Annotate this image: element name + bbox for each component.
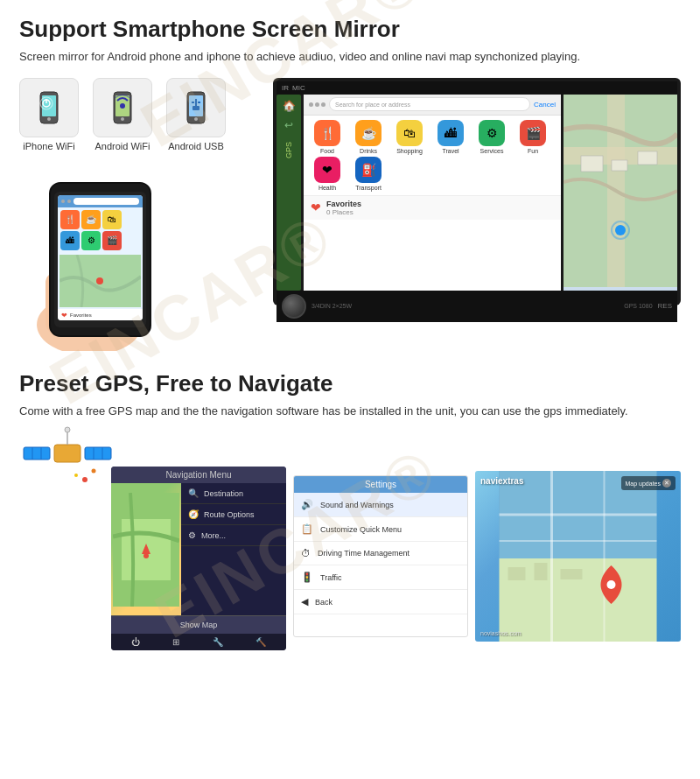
settings-back-item[interactable]: ◀ Back [294, 590, 467, 614]
svg-point-45 [74, 474, 78, 477]
nav-menu-content: 🔍 Destination 🧭 Route Options ⚙ More... [111, 483, 286, 615]
naviextras-logo: naviextras [480, 476, 523, 486]
android-wifi-icon-box [93, 78, 152, 137]
iphone-icon [32, 90, 66, 125]
svg-rect-14 [195, 99, 197, 106]
svg-point-42 [65, 427, 70, 432]
svg-rect-16 [198, 102, 200, 103]
svg-point-25 [96, 277, 103, 284]
nav-menu-title: Navigation Menu [111, 467, 286, 483]
car-radio-body: IR MIC 🏠 ↩ GPS [273, 78, 681, 305]
res-label: RES [658, 302, 672, 310]
app-food[interactable]: 🍴 Food [308, 120, 346, 154]
nav-more-item[interactable]: ⚙ More... [181, 525, 286, 546]
svg-rect-31 [638, 151, 657, 165]
nav-map-svg [564, 95, 677, 287]
svg-rect-29 [581, 156, 603, 172]
svg-point-12 [194, 117, 198, 121]
svg-point-49 [144, 553, 149, 558]
app-shopping[interactable]: 🛍 Shopping [390, 120, 429, 154]
svg-rect-13 [192, 106, 200, 110]
svg-rect-36 [85, 447, 111, 460]
gps-label: GPS [284, 142, 293, 158]
settings-sound-item[interactable]: 🔊 Sound and Warnings [294, 493, 467, 517]
map-updates-badge[interactable]: Map updates ✕ [621, 476, 676, 490]
nav-search-bar[interactable]: Search for place or address [329, 97, 530, 111]
svg-point-9 [120, 103, 125, 109]
car-radio-demo: IR MIC 🏠 ↩ GPS [273, 78, 681, 305]
app-fun[interactable]: 🎬 Fun [514, 120, 552, 154]
nav-preview-map [113, 493, 179, 607]
svg-point-2 [47, 117, 51, 121]
section2-desc: Come with a free GPS map and the the nav… [19, 403, 681, 420]
settings-title: Settings [294, 476, 467, 493]
toolbar-power-icon[interactable]: ⏻ [131, 637, 140, 647]
section1-desc: Screen mirror for Android phone and ipho… [19, 48, 681, 66]
svg-rect-57 [508, 567, 526, 580]
settings-traffic-item[interactable]: 🚦 Traffic [294, 565, 467, 590]
satellite-svg [19, 418, 116, 497]
app-travel[interactable]: 🏙 Travel [431, 120, 470, 154]
nav-menu-inner: Navigation Menu [111, 467, 286, 650]
nav-map-bg [564, 95, 677, 291]
nav-menu-panel: Navigation Menu [111, 467, 286, 650]
svg-point-44 [92, 469, 96, 474]
android-wifi-label: Android WiFi [95, 141, 150, 151]
svg-rect-30 [612, 160, 627, 171]
settings-panel: Settings 🔊 Sound and Warnings 📋 Customiz… [293, 475, 468, 637]
svg-rect-59 [561, 569, 583, 579]
android-usb-icon-box [166, 78, 226, 137]
home-sidebar-icon[interactable]: 🏠 [283, 100, 296, 112]
svg-rect-34 [54, 445, 80, 462]
toolbar-grid-icon[interactable]: ⊞ [172, 637, 179, 647]
nav-cancel-btn[interactable]: Cancel [534, 101, 556, 109]
android-usb-item: Android USB [166, 78, 226, 151]
phone-hand-demo: 🍴 ☕ 🛍 🏙 ⚙ 🎬 [19, 158, 194, 351]
show-map-btn[interactable]: Show Map [111, 615, 286, 634]
mini-map [60, 255, 141, 307]
android-usb-label: Android USB [168, 141, 224, 151]
toolbar-wrench-icon[interactable]: 🔨 [256, 637, 266, 647]
iphone-wifi-label: iPhone WiFi [23, 141, 74, 151]
section1-title: Support Smartphone Screen Mirror [19, 16, 681, 43]
android-wifi-item: Android WiFi [93, 78, 152, 151]
map-url: noviashos.com [480, 630, 522, 636]
nav-menu-items: 🔍 Destination 🧭 Route Options ⚙ More... [181, 483, 286, 615]
section2-title: Preset GPS, Free to Navigate [19, 370, 681, 397]
toolbar-settings-icon[interactable]: 🔧 [213, 637, 223, 647]
gps-section: Preset GPS, Free to Navigate Come with a… [19, 370, 681, 651]
nav-destination-item[interactable]: 🔍 Destination [181, 483, 286, 504]
svg-rect-15 [192, 102, 194, 103]
settings-driving-time-item[interactable]: ⏱ Driving Time Management [294, 542, 467, 565]
iphone-wifi-item: iPhone WiFi [19, 78, 79, 151]
map-svg [475, 471, 681, 642]
settings-quick-menu-item[interactable]: 📋 Customize Quick Menu [294, 517, 467, 542]
favorites-row: ❤ Favorites 0 Places [304, 195, 561, 220]
svg-point-8 [121, 117, 124, 121]
radio-knob[interactable] [282, 294, 306, 319]
iphone-wifi-icon-box [19, 78, 79, 137]
app-drinks[interactable]: ☕ Drinks [349, 120, 388, 154]
nav-app-grid: 🍴 Food ☕ Drinks 🛍 Shopping [304, 116, 561, 195]
svg-rect-35 [24, 447, 50, 460]
nav-route-options-item[interactable]: 🧭 Route Options [181, 504, 286, 525]
app-health[interactable]: ❤ Health [308, 157, 346, 191]
svg-point-43 [82, 477, 88, 482]
android-wifi-icon [105, 90, 140, 125]
nav-toolbar: ⏻ ⊞ 🔧 🔨 [111, 634, 286, 650]
android-usb-icon [178, 90, 214, 125]
nav-map-preview [111, 483, 181, 615]
connection-types: iPhone WiFi Android WiFi [19, 78, 264, 151]
app-services[interactable]: ⚙ Services [472, 120, 511, 154]
svg-point-60 [607, 580, 616, 589]
app-transport[interactable]: ⛽ Transport [349, 157, 388, 191]
settings-items-list: 🔊 Sound and Warnings 📋 Customize Quick M… [294, 493, 467, 614]
back-sidebar-icon[interactable]: ↩ [284, 119, 293, 131]
satellite-decoration [19, 418, 116, 501]
map-panel: naviextras Map updates ✕ noviashos.com [475, 471, 681, 642]
svg-point-32 [615, 225, 626, 235]
gps-screenshots-row: Navigation Menu [19, 432, 681, 650]
svg-rect-58 [535, 563, 548, 580]
